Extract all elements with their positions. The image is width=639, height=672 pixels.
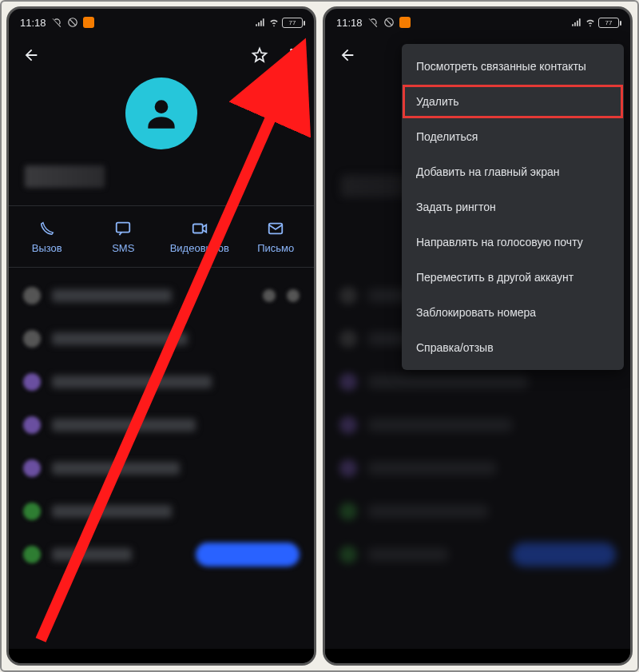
battery-icon: 77 — [282, 18, 303, 28]
menu-move-account[interactable]: Переместить в другой аккаунт — [402, 260, 624, 295]
call-button[interactable]: Вызов — [9, 206, 85, 267]
app-bar — [9, 36, 314, 74]
list-icon — [23, 503, 41, 520]
list-text — [52, 505, 172, 518]
action-icon[interactable] — [287, 289, 300, 302]
svg-point-3 — [290, 54, 293, 57]
quick-actions: Вызов SMS Видеовызов Письмо — [9, 205, 314, 268]
star-button[interactable] — [244, 39, 276, 71]
list-item[interactable] — [9, 404, 314, 447]
status-time: 11:18 — [20, 17, 46, 29]
screenshot-right: 11:18 77 — [323, 6, 633, 666]
list-text — [52, 419, 196, 431]
list-item[interactable] — [9, 490, 314, 533]
app-badge-icon — [399, 17, 411, 28]
svg-rect-7 — [193, 224, 203, 233]
list-icon — [23, 546, 41, 563]
status-time: 11:18 — [336, 17, 363, 29]
menu-add-home[interactable]: Добавить на главный экран — [402, 154, 624, 189]
svg-point-2 — [290, 49, 293, 52]
back-button[interactable] — [15, 39, 47, 71]
sms-button[interactable]: SMS — [85, 206, 162, 267]
overflow-menu: Посмотреть связанные контакты Удалить По… — [402, 44, 624, 370]
list-icon — [23, 416, 41, 434]
menu-ringtone[interactable]: Задать рингтон — [402, 189, 624, 225]
list-icon — [23, 373, 41, 391]
video-label: Видеовызов — [170, 242, 229, 254]
menu-view-linked[interactable]: Посмотреть связанные контакты — [402, 49, 624, 84]
list-text — [52, 462, 180, 475]
dnd-icon — [67, 17, 78, 28]
list-icon — [23, 459, 41, 477]
list-item[interactable] — [9, 317, 314, 360]
list-text — [52, 332, 188, 345]
list-item[interactable] — [9, 447, 314, 490]
sms-label: SMS — [112, 242, 134, 254]
video-call-button[interactable]: Видеовызов — [161, 206, 238, 267]
list-text — [52, 376, 212, 388]
signal-icon — [571, 17, 582, 28]
back-button[interactable] — [331, 39, 363, 71]
wifi-icon — [585, 17, 596, 28]
dnd-icon — [383, 17, 395, 28]
menu-help[interactable]: Справка/отзыв — [402, 330, 624, 365]
chip-button[interactable] — [196, 543, 300, 567]
signal-icon — [255, 17, 266, 28]
battery-icon: 77 — [598, 18, 619, 28]
action-icon[interactable] — [263, 289, 276, 302]
svg-point-4 — [290, 59, 293, 62]
svg-line-1 — [69, 19, 75, 26]
list-text — [52, 289, 172, 302]
call-label: Вызов — [32, 242, 62, 254]
email-label: Письмо — [257, 242, 294, 254]
wifi-icon — [268, 17, 280, 28]
list-icon — [23, 287, 41, 304]
email-button[interactable]: Письмо — [238, 206, 315, 267]
status-bar: 11:18 77 — [9, 9, 314, 36]
menu-voicemail[interactable]: Направлять на голосовую почту — [402, 225, 624, 260]
svg-line-11 — [385, 19, 391, 26]
list-item[interactable] — [9, 360, 314, 404]
list-item[interactable] — [9, 533, 314, 576]
menu-block[interactable]: Заблокировать номера — [402, 295, 624, 330]
alarm-off-icon — [51, 17, 62, 28]
alarm-off-icon — [367, 17, 379, 28]
more-button[interactable] — [276, 39, 308, 71]
contact-details-list — [9, 268, 314, 576]
list-text — [52, 548, 132, 561]
list-icon — [23, 330, 41, 348]
svg-point-5 — [155, 100, 169, 113]
list-item[interactable] — [9, 274, 314, 317]
status-bar: 11:18 77 — [325, 9, 630, 36]
screenshot-left: 11:18 77 — [6, 6, 316, 666]
svg-rect-6 — [117, 222, 130, 232]
menu-delete[interactable]: Удалить — [402, 84, 624, 119]
contact-avatar[interactable] — [125, 78, 197, 149]
contact-name — [25, 165, 105, 188]
contact-header — [9, 74, 314, 205]
menu-share[interactable]: Поделиться — [402, 119, 624, 154]
app-badge-icon — [83, 17, 94, 28]
